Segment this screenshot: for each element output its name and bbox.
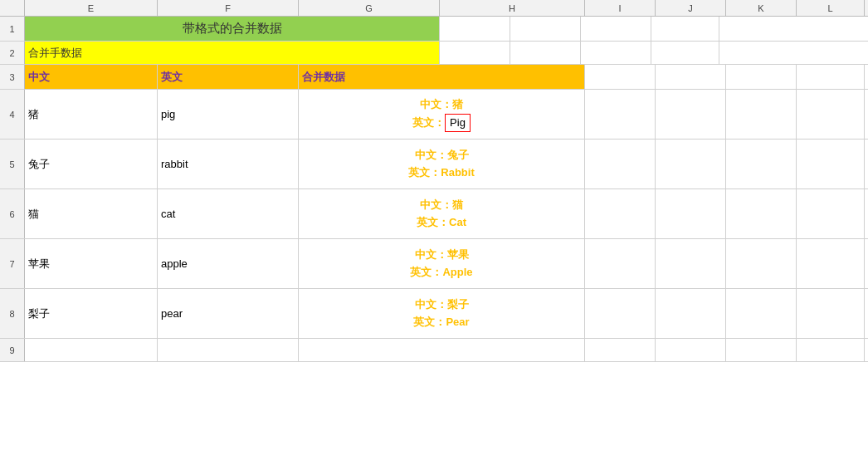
cn-label-pig: 中文： [420, 98, 452, 110]
cell-7-l[interactable] [797, 239, 865, 288]
en-value-pear: Pear [446, 316, 469, 328]
cell-8-merged[interactable]: 中文：梨子 英文：Pear [299, 289, 585, 338]
cell-9-f[interactable] [158, 339, 299, 361]
title-cell[interactable]: 带格式的合并数据 [25, 17, 440, 41]
cell-4-i[interactable] [585, 90, 656, 139]
cell-9-e[interactable] [25, 339, 158, 361]
en-label-apple: 英文： [410, 266, 442, 278]
cell-8-j[interactable] [656, 289, 726, 338]
english-word-pig: pig [161, 108, 175, 120]
cell-4-english[interactable]: pig [158, 90, 299, 139]
col-header-g[interactable]: G [299, 0, 440, 16]
row-num-9: 9 [0, 339, 25, 361]
data-rows-container: 1 带格式的合并数据 2 合并手数据 3 中文 [0, 17, 868, 362]
en-label-rabbit: 英文： [408, 166, 441, 179]
merged-line2-cat: 英文：Cat [417, 214, 466, 232]
cell-7-k[interactable] [726, 239, 797, 288]
cell-7-j[interactable] [656, 239, 726, 288]
cell-2-i[interactable] [440, 42, 510, 64]
cell-8-chinese[interactable]: 梨子 [25, 289, 158, 338]
header-col1-text: 中文 [28, 70, 50, 85]
cell-6-merged[interactable]: 中文：猫 英文：Cat [299, 189, 585, 238]
row-num-2: 2 [0, 42, 25, 64]
merged-line2-pig: 英文： Pig [412, 114, 471, 133]
col-header-h[interactable]: H [440, 0, 585, 16]
cell-1-i[interactable] [440, 17, 510, 41]
cn-label-rabbit: 中文： [415, 149, 447, 161]
row-3: 3 中文 英文 合并数据 [0, 65, 868, 90]
cell-7-i[interactable] [585, 239, 656, 288]
cell-5-k[interactable] [726, 140, 797, 188]
cell-8-i[interactable] [585, 289, 656, 338]
cell-6-chinese[interactable]: 猫 [25, 189, 158, 238]
row-num-4: 4 [0, 90, 25, 139]
en-value-pig-boxed[interactable]: Pig [445, 114, 471, 133]
cell-9-k[interactable] [726, 339, 797, 361]
cell-5-english[interactable]: rabbit [158, 140, 299, 188]
cell-4-j[interactable] [656, 90, 726, 139]
cell-6-l[interactable] [797, 189, 865, 238]
cell-5-chinese[interactable]: 兔子 [25, 140, 158, 188]
row-num-5: 5 [0, 140, 25, 188]
row-num-7: 7 [0, 239, 25, 288]
merged-line1-pig: 中文：猪 [420, 96, 463, 114]
cell-6-j[interactable] [656, 189, 726, 238]
header-col1[interactable]: 中文 [25, 65, 158, 89]
cell-9-g[interactable] [299, 339, 585, 361]
en-value-rabbit: Rabbit [441, 166, 474, 179]
cell-9-l[interactable] [797, 339, 865, 361]
col-header-l[interactable]: L [797, 0, 865, 16]
chinese-char-pear: 梨子 [28, 306, 50, 321]
cell-3-i[interactable] [585, 65, 656, 89]
cell-4-chinese[interactable]: 猪 [25, 90, 158, 139]
col-header-f[interactable]: F [158, 0, 299, 16]
cell-4-k[interactable] [726, 90, 797, 139]
cell-2-l[interactable] [651, 42, 719, 64]
row-num-3: 3 [0, 65, 25, 89]
cell-4-merged[interactable]: 中文：猪 英文： Pig [299, 90, 585, 139]
header-col2[interactable]: 英文 [158, 65, 299, 89]
cell-8-k[interactable] [726, 289, 797, 338]
subtitle-text: 合并手数据 [28, 46, 82, 61]
cell-1-l[interactable] [651, 17, 719, 41]
merged-line1-apple: 中文：苹果 [415, 247, 469, 264]
col-header-i[interactable]: I [585, 0, 656, 16]
cell-7-english[interactable]: apple [158, 239, 299, 288]
cell-3-j[interactable] [656, 65, 726, 89]
row-num-8: 8 [0, 289, 25, 338]
cell-4-l[interactable] [797, 90, 865, 139]
cell-9-i[interactable] [585, 339, 656, 361]
row-2: 2 合并手数据 [0, 42, 868, 65]
cell-8-english[interactable]: pear [158, 289, 299, 338]
cell-2-k[interactable] [581, 42, 651, 64]
cell-3-k[interactable] [726, 65, 797, 89]
chinese-char-pig: 猪 [28, 107, 39, 122]
cn-value-rabbit: 兔子 [447, 149, 469, 161]
cell-6-i[interactable] [585, 189, 656, 238]
header-col3-text: 合并数据 [302, 70, 345, 85]
col-header-e[interactable]: E [25, 0, 158, 16]
cell-5-j[interactable] [656, 140, 726, 188]
cell-9-j[interactable] [656, 339, 726, 361]
cn-value-apple: 苹果 [447, 248, 469, 261]
cell-5-i[interactable] [585, 140, 656, 188]
cell-6-k[interactable] [726, 189, 797, 238]
col-header-k[interactable]: K [726, 0, 797, 16]
cell-7-merged[interactable]: 中文：苹果 英文：Apple [299, 239, 585, 288]
header-col3[interactable]: 合并数据 [299, 65, 585, 89]
cell-6-english[interactable]: cat [158, 189, 299, 238]
cell-5-merged[interactable]: 中文：兔子 英文：Rabbit [299, 140, 585, 188]
en-label-cat: 英文： [417, 216, 449, 228]
row-1: 1 带格式的合并数据 [0, 17, 868, 42]
cell-8-l[interactable] [797, 289, 865, 338]
merged-line2-pear: 英文：Pear [413, 314, 469, 331]
cell-1-k[interactable] [581, 17, 651, 41]
cell-2-j[interactable] [510, 42, 581, 64]
cell-3-l[interactable] [797, 65, 865, 89]
row-7-apple: 7 苹果 apple 中文：苹果 英文：Apple [0, 239, 868, 289]
cell-7-chinese[interactable]: 苹果 [25, 239, 158, 288]
cell-5-l[interactable] [797, 140, 865, 188]
cell-1-j[interactable] [510, 17, 581, 41]
col-header-j[interactable]: J [656, 0, 726, 16]
subtitle-cell[interactable]: 合并手数据 [25, 42, 440, 64]
